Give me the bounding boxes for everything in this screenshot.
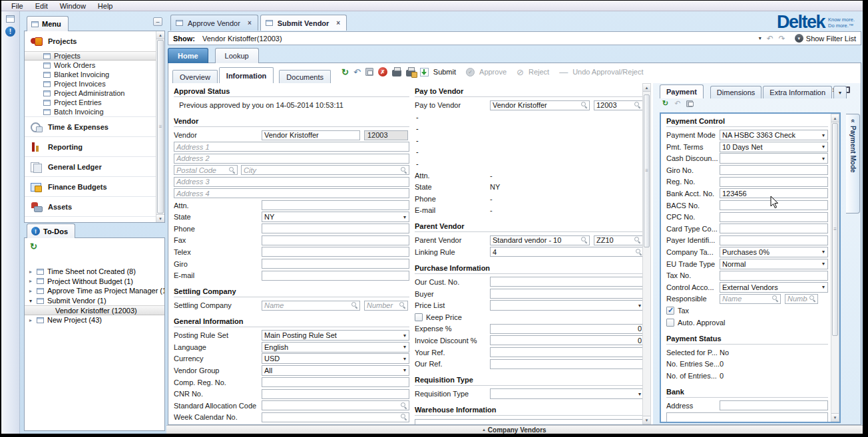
- dropdown-field[interactable]: English▾: [262, 342, 409, 353]
- text-input[interactable]: [720, 165, 828, 175]
- reject-button[interactable]: Reject: [529, 68, 549, 76]
- lookup-field[interactable]: [490, 235, 590, 245]
- text-input[interactable]: [720, 400, 828, 410]
- window-tab-submit-vendor[interactable]: Submit Vendor×: [260, 15, 347, 31]
- text-input[interactable]: [720, 200, 828, 210]
- nav-group-projects[interactable]: Projects: [25, 31, 156, 51]
- print-icon[interactable]: [392, 70, 401, 76]
- refresh-icon[interactable]: ↻: [341, 68, 349, 76]
- lookup-input[interactable]: [491, 236, 581, 245]
- panel-tab-dropdown-button[interactable]: ▾: [833, 86, 847, 98]
- window-tab-approve-vendor[interactable]: Approve Vendor×: [170, 15, 258, 31]
- form-scrollbar[interactable]: ▲ ≡ ▼: [642, 83, 651, 424]
- lookup-input[interactable]: [491, 247, 636, 256]
- lookup-input[interactable]: [262, 413, 401, 422]
- scroll-down-icon[interactable]: ▼: [156, 214, 164, 222]
- text-input[interactable]: [490, 335, 644, 345]
- todo-item[interactable]: ▸New Project (43): [25, 315, 164, 325]
- tree-toggle-icon[interactable]: ▸: [29, 269, 37, 275]
- address-input[interactable]: [174, 177, 409, 187]
- approve-button[interactable]: Approve: [479, 68, 507, 76]
- company-vendors-bar[interactable]: ▴ Company Vendors: [166, 425, 863, 434]
- dropdown-field[interactable]: NY▾: [262, 212, 409, 222]
- tree-toggle-icon[interactable]: ▸: [29, 288, 37, 294]
- scroll-down-icon[interactable]: ▼: [831, 413, 839, 421]
- text-input[interactable]: [720, 271, 828, 281]
- text-input[interactable]: [262, 259, 409, 269]
- text-input[interactable]: [720, 235, 828, 245]
- undo-approval-reject-button[interactable]: Undo Approval/Reject: [572, 68, 643, 76]
- back-icon[interactable]: ↶: [767, 34, 773, 43]
- lookup-input[interactable]: [594, 236, 634, 245]
- lookup-input[interactable]: [785, 295, 809, 303]
- save-icon[interactable]: [365, 68, 373, 76]
- close-tab-icon[interactable]: ×: [246, 19, 253, 27]
- undo-icon[interactable]: ↶: [353, 68, 361, 76]
- text-input[interactable]: [262, 200, 409, 210]
- text-input[interactable]: [490, 324, 644, 334]
- dropdown-field[interactable]: External Vendors▾: [720, 282, 828, 293]
- tree-toggle-icon[interactable]: ▸: [29, 317, 37, 323]
- lookup-field[interactable]: [490, 100, 590, 110]
- nav-item-projects[interactable]: Projects: [25, 51, 156, 61]
- refresh-icon[interactable]: ↻: [662, 100, 668, 107]
- tree-toggle-icon[interactable]: ▸: [29, 278, 37, 284]
- text-input[interactable]: [720, 188, 828, 198]
- dropdown-field[interactable]: USD▾: [262, 353, 409, 364]
- city-input[interactable]: [242, 166, 401, 174]
- undo-icon[interactable]: ↶: [674, 100, 680, 107]
- postal-code-lookup[interactable]: [174, 165, 238, 175]
- text-input[interactable]: [720, 177, 828, 187]
- lookup-field[interactable]: [490, 247, 644, 257]
- collapsed-payment-mode-tab[interactable]: « Payment Mode: [846, 114, 860, 214]
- delete-icon[interactable]: ✗: [378, 67, 387, 76]
- todo-item[interactable]: Vendor Kristoffer (12003): [25, 305, 164, 315]
- todo-item[interactable]: ▸Approve Time as Project Manager (1): [25, 286, 164, 296]
- filter-combo[interactable]: Vendor Kristoffer(12003) ▾: [200, 33, 764, 44]
- panel-tab-payment[interactable]: Payment: [660, 84, 704, 98]
- address-input[interactable]: [174, 188, 409, 198]
- collapse-menu-button[interactable]: –: [153, 17, 162, 26]
- scroll-up-icon[interactable]: ▲: [643, 84, 650, 92]
- checkbox[interactable]: [415, 313, 423, 321]
- todo-item[interactable]: ▾Submit Vendor (1): [25, 296, 164, 306]
- lookup-field[interactable]: [364, 301, 408, 311]
- lookup-input[interactable]: [594, 101, 634, 110]
- text-input[interactable]: [262, 223, 409, 233]
- menu-item-window[interactable]: Window: [54, 1, 92, 11]
- text-input[interactable]: [490, 347, 644, 357]
- close-tab-icon[interactable]: ×: [335, 19, 341, 27]
- menu-panel-icon[interactable]: [6, 15, 15, 23]
- dropdown-field[interactable]: ▾: [720, 153, 828, 164]
- lookup-field[interactable]: [785, 294, 818, 304]
- panel-scrollbar[interactable]: ▲ ≡ ▼: [831, 114, 839, 422]
- text-input[interactable]: [262, 389, 409, 399]
- lookup-field[interactable]: [262, 301, 360, 311]
- lookup-field[interactable]: [720, 294, 781, 304]
- address-input[interactable]: [174, 142, 409, 152]
- lookup-input[interactable]: [262, 301, 351, 310]
- tree-toggle-icon[interactable]: ▾: [29, 298, 37, 304]
- text-input[interactable]: [490, 289, 644, 299]
- dropdown-field[interactable]: 10 Days Net▾: [720, 142, 828, 152]
- lookup-field[interactable]: [594, 100, 643, 110]
- dropdown-field[interactable]: All▾: [262, 365, 409, 376]
- scroll-up-icon[interactable]: ▲: [156, 31, 164, 39]
- todos-tab[interactable]: ! To-Dos: [27, 223, 75, 238]
- scrollbar-thumb[interactable]: ≡: [157, 40, 164, 214]
- todos-alert-icon[interactable]: !: [5, 27, 15, 37]
- address-input[interactable]: [415, 419, 644, 424]
- lookup-input[interactable]: [262, 401, 401, 410]
- nav-group-assets[interactable]: Assets: [25, 196, 156, 216]
- show-filter-list-button[interactable]: ▾ Show Filter List: [795, 34, 856, 43]
- dropdown-field[interactable]: ▾: [490, 300, 644, 311]
- nav-group-reporting[interactable]: Reporting: [25, 136, 156, 156]
- panel-tab-extra-information[interactable]: Extra Information: [763, 86, 832, 98]
- text-input[interactable]: [262, 377, 409, 387]
- text-input[interactable]: [262, 271, 409, 281]
- tab-lookup[interactable]: Lookup: [215, 48, 259, 63]
- checkbox[interactable]: [666, 319, 674, 327]
- lookup-input[interactable]: [365, 301, 399, 310]
- todo-item[interactable]: ▸Project Without Budget (1): [25, 277, 164, 287]
- checkbox[interactable]: [666, 307, 674, 315]
